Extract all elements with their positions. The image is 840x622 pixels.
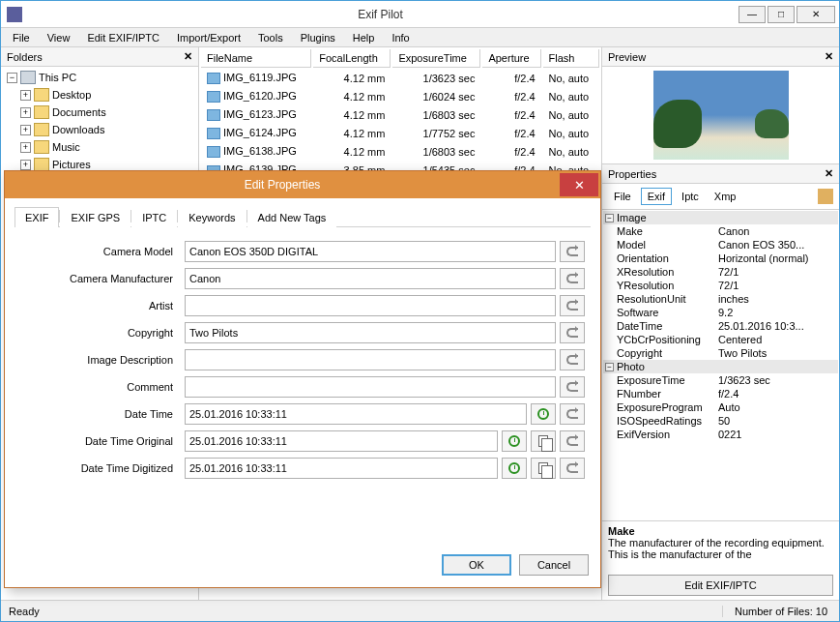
- tab-file[interactable]: File: [608, 189, 637, 204]
- folder-icon: [34, 105, 49, 119]
- column-header[interactable]: FocalLength: [313, 49, 391, 68]
- tab-add-new[interactable]: Add New Tags: [247, 207, 337, 227]
- tree-item[interactable]: +Documents: [5, 104, 194, 121]
- undo-comment[interactable]: [560, 376, 585, 398]
- menu-info[interactable]: Info: [384, 30, 417, 45]
- undo-copyright[interactable]: [560, 322, 585, 343]
- expand-icon[interactable]: +: [20, 107, 31, 118]
- clock-date-original[interactable]: [502, 430, 527, 452]
- menu-file[interactable]: File: [5, 30, 38, 45]
- input-date-original[interactable]: [185, 430, 498, 452]
- maximize-button[interactable]: □: [768, 6, 795, 23]
- properties-grid-icon[interactable]: [818, 189, 833, 204]
- properties-close-icon[interactable]: ✕: [825, 167, 833, 180]
- undo-date-original[interactable]: [560, 430, 585, 452]
- clock-date-digitized[interactable]: [502, 458, 527, 479]
- table-row[interactable]: IMG_6124.JPG4.12 mm1/7752 secf/2.4No, au…: [201, 125, 599, 141]
- menu-help[interactable]: Help: [345, 30, 383, 45]
- cancel-button[interactable]: Cancel: [519, 554, 589, 576]
- property-row[interactable]: ExposureTime1/3623 sec: [603, 373, 838, 387]
- property-group[interactable]: −Photo: [603, 360, 838, 373]
- menu-view[interactable]: View: [40, 30, 78, 45]
- file-table[interactable]: FileNameFocalLengthExposureTimeApertureF…: [199, 47, 601, 181]
- table-row[interactable]: IMG_6138.JPG4.12 mm1/6803 secf/2.4No, au…: [201, 143, 599, 160]
- property-key: ExifVersion: [617, 429, 718, 440]
- collapse-icon[interactable]: −: [605, 363, 614, 371]
- input-artist[interactable]: [185, 295, 556, 316]
- menu-plugins[interactable]: Plugins: [293, 30, 343, 45]
- label-date-original: Date Time Original: [20, 435, 185, 447]
- menu-import-export[interactable]: Import/Export: [169, 30, 248, 45]
- menu-tools[interactable]: Tools: [250, 30, 291, 45]
- table-row[interactable]: IMG_6120.JPG4.12 mm1/6024 secf/2.4No, au…: [201, 88, 599, 104]
- collapse-icon[interactable]: −: [7, 73, 17, 83]
- input-manufacturer[interactable]: [185, 268, 556, 289]
- preview-image[interactable]: [653, 71, 789, 160]
- property-row[interactable]: ResolutionUnitinches: [603, 292, 838, 306]
- property-row[interactable]: MakeCanon: [603, 224, 838, 238]
- clock-date-time[interactable]: [531, 403, 556, 425]
- property-row[interactable]: CopyrightTwo Pilots: [603, 346, 838, 360]
- column-header[interactable]: Flash: [543, 49, 599, 68]
- collapse-icon[interactable]: −: [605, 214, 614, 222]
- minimize-button[interactable]: —: [739, 6, 766, 23]
- tab-exif-gps[interactable]: EXIF GPS: [60, 207, 130, 227]
- table-row[interactable]: IMG_6119.JPG4.12 mm1/3623 secf/2.4No, au…: [201, 70, 599, 86]
- property-row[interactable]: ExifVersion0221: [603, 428, 838, 441]
- copy-date-digitized[interactable]: [531, 458, 556, 479]
- input-camera-model[interactable]: [185, 241, 556, 262]
- dialog-titlebar[interactable]: Edit Properties ✕: [5, 171, 600, 198]
- folders-close-icon[interactable]: ✕: [184, 50, 192, 63]
- tab-keywords[interactable]: Keywords: [178, 207, 246, 227]
- ok-button[interactable]: OK: [442, 554, 511, 576]
- table-row[interactable]: IMG_6123.JPG4.12 mm1/6803 secf/2.4No, au…: [201, 106, 599, 123]
- copy-date-original[interactable]: [531, 430, 556, 452]
- tab-exif[interactable]: Exif: [641, 188, 672, 205]
- column-header[interactable]: Aperture: [482, 49, 540, 68]
- tree-item[interactable]: +Downloads: [5, 121, 194, 138]
- folder-tree[interactable]: − This PC +Desktop+Documents+Downloads+M…: [1, 67, 198, 175]
- preview-close-icon[interactable]: ✕: [825, 50, 833, 63]
- property-group[interactable]: −Image: [603, 211, 838, 224]
- undo-date-digitized[interactable]: [560, 458, 585, 479]
- tab-iptc[interactable]: Iptc: [676, 189, 705, 204]
- property-row[interactable]: YCbCrPositioningCentered: [603, 333, 838, 346]
- dialog-close-button[interactable]: ✕: [560, 173, 598, 196]
- undo-date-time[interactable]: [560, 403, 585, 425]
- tab-exif-dialog[interactable]: EXIF: [14, 207, 59, 227]
- undo-description[interactable]: [560, 349, 585, 370]
- column-header[interactable]: ExposureTime: [392, 49, 480, 68]
- undo-manufacturer[interactable]: [560, 268, 585, 289]
- undo-camera-model[interactable]: [560, 241, 585, 262]
- input-copyright[interactable]: [185, 322, 556, 343]
- tree-root[interactable]: − This PC: [5, 69, 194, 86]
- property-row[interactable]: YResolution72/1: [603, 279, 838, 292]
- expand-icon[interactable]: +: [20, 90, 31, 101]
- property-row[interactable]: OrientationHorizontal (normal): [603, 252, 838, 265]
- input-date-time[interactable]: [185, 403, 527, 425]
- input-comment[interactable]: [185, 376, 556, 398]
- tree-item[interactable]: +Desktop: [5, 86, 194, 104]
- property-row[interactable]: XResolution72/1: [603, 265, 838, 279]
- undo-artist[interactable]: [560, 295, 585, 316]
- close-button[interactable]: ✕: [797, 6, 835, 23]
- property-row[interactable]: ModelCanon EOS 350...: [603, 238, 838, 252]
- properties-tree[interactable]: −ImageMakeCanonModelCanon EOS 350...Orie…: [602, 209, 839, 520]
- menu-edit-exif[interactable]: Edit EXIF/IPTC: [79, 30, 167, 45]
- property-row[interactable]: FNumberf/2.4: [603, 387, 838, 400]
- property-row[interactable]: ExposureProgramAuto: [603, 400, 838, 414]
- property-row[interactable]: Software9.2: [603, 306, 838, 319]
- tree-item[interactable]: +Music: [5, 138, 194, 156]
- input-date-digitized[interactable]: [185, 458, 498, 479]
- property-row[interactable]: ISOSpeedRatings50: [603, 414, 838, 428]
- edit-exif-button[interactable]: Edit EXIF/IPTC: [608, 575, 833, 596]
- property-row[interactable]: DateTime25.01.2016 10:3...: [603, 319, 838, 333]
- input-description[interactable]: [185, 349, 556, 370]
- column-header[interactable]: FileName: [201, 49, 311, 68]
- expand-icon[interactable]: +: [20, 142, 31, 153]
- expand-icon[interactable]: +: [20, 160, 31, 170]
- tab-iptc-dialog[interactable]: IPTC: [131, 207, 177, 227]
- tab-xmp[interactable]: Xmp: [709, 189, 742, 204]
- titlebar[interactable]: Exif Pilot — □ ✕: [1, 1, 839, 28]
- expand-icon[interactable]: +: [20, 125, 31, 135]
